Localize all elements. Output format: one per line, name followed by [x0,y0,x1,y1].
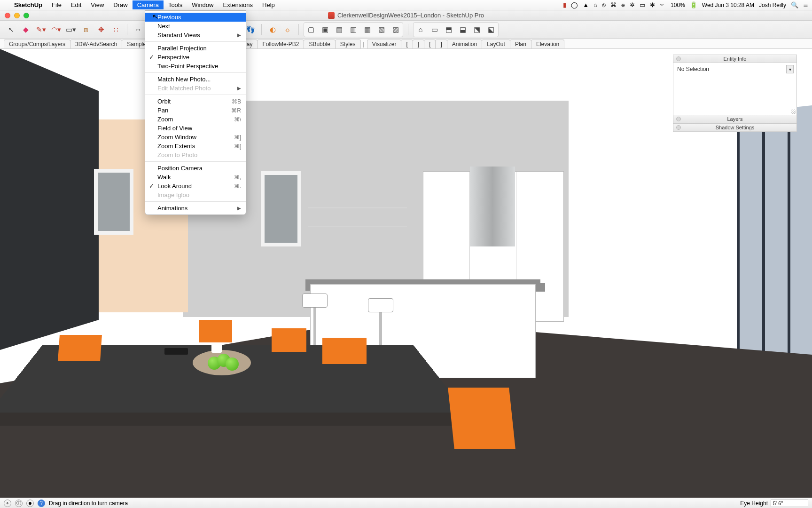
menu-window[interactable]: Window [187,0,218,9]
menu-view[interactable]: View [86,0,109,9]
menu-item-look-around[interactable]: ✓Look Around⌘. [145,182,246,190]
notifications-icon[interactable]: ▲ [583,1,589,8]
view-btn[interactable]: ⬒ [443,24,455,36]
bluetooth-icon[interactable]: ✻ [650,1,655,8]
eraser-tool[interactable]: ◆ [20,24,32,36]
menu-item-zoom-extents[interactable]: Zoom Extents⌘[ [145,142,246,151]
menubar-extra-icon[interactable]: ▮ [563,1,566,8]
menu-extensions[interactable]: Extensions [218,0,258,9]
scene-tab[interactable]: Animation [447,40,482,48]
scene-tab[interactable]: 3DW-AdvSearch [70,40,122,48]
clock[interactable]: Wed Jun 3 10:28 AM [702,2,754,8]
style-btn[interactable]: ▧ [375,24,388,36]
menu-item-walk[interactable]: Walk⌘, [145,173,246,182]
menu-item-zoom-window[interactable]: Zoom Window⌘] [145,133,246,142]
menubar-extra-icon[interactable]: ⌂ [593,1,597,8]
style-btn[interactable]: ▢ [305,24,317,36]
menu-item-match-photo[interactable]: Match New Photo... [145,75,246,84]
menu-file[interactable]: File [47,0,66,9]
menu-item-position-camera[interactable]: Position Camera [145,164,246,173]
menu-item-animations[interactable]: Animations▶ [145,204,246,213]
rotate-tool[interactable]: ∷ [110,24,122,36]
scene-tab[interactable]: Groups/Comps/Layers [4,40,70,48]
menu-edit[interactable]: Edit [66,0,86,9]
help-icon[interactable]: ? [38,500,45,507]
panel-close-icon[interactable] [676,125,681,130]
move-tool[interactable]: ✥ [95,24,107,36]
menubar-extra-icon[interactable]: ⎈ [621,1,625,8]
scene-tab[interactable]: ] [413,40,424,48]
notification-center-icon[interactable]: ≣ [803,1,808,8]
menu-item-pan[interactable]: Pan⌘R [145,106,246,115]
shape-tool[interactable]: ▭▾ [65,24,77,36]
scene-tab[interactable]: FollowMe-PB2 [257,40,304,48]
spotlight-icon[interactable]: 🔍 [791,1,798,8]
select-tool[interactable]: ↖ [5,24,17,36]
menu-item-perspective[interactable]: ✓Perspective [145,53,246,62]
menu-item-two-point[interactable]: Two-Point Perspective [145,62,246,71]
view-btn[interactable]: ⬔ [471,24,483,36]
style-btn[interactable]: ▣ [319,24,331,36]
menu-item-parallel[interactable]: Parallel Projection [145,44,246,53]
scene-tab[interactable]: Styles [335,40,361,48]
user-icon[interactable]: ☻ [26,500,34,507]
view-btn[interactable]: ⬕ [485,24,497,36]
window-title: ClerkenwellDesignWeek2015–London - Sketc… [337,12,484,19]
wifi-icon[interactable]: ᯤ [660,1,666,8]
scene-tab[interactable]: [ [401,40,413,48]
menu-tools[interactable]: Tools [164,0,187,9]
panel-close-icon[interactable] [676,117,681,121]
geo-location-icon[interactable]: ⌖ [4,500,11,507]
style-btn[interactable]: ▥ [347,24,359,36]
app-name[interactable]: SketchUp [9,1,47,8]
view-btn[interactable]: ⌂ [414,24,427,36]
style-btn[interactable]: ▨ [390,24,402,36]
pushpull-tool[interactable]: ⧈ [80,24,92,36]
entity-info-panel[interactable]: Entity Info No Selection ▾ [673,55,797,115]
range-hood [470,167,515,246]
airplay-icon[interactable]: ▭ [640,1,645,8]
view-btn[interactable]: ⬓ [457,24,469,36]
menu-item-orbit[interactable]: Orbit⌘B [145,97,246,106]
scene-tab[interactable]: Visualizer [367,40,402,48]
menu-item-zoom[interactable]: Zoom⌘\ [145,115,246,124]
arc-tool[interactable]: ◠▾ [50,24,62,36]
tape-tool[interactable]: ↔ [132,24,144,36]
shadow-settings-panel[interactable]: Shadow Settings [673,123,797,132]
close-window-button[interactable] [5,13,10,18]
menu-item-fov[interactable]: Field of View [145,124,246,133]
scene-tab[interactable]: LayOut [482,40,510,48]
scene-tab[interactable]: [ [424,40,436,48]
model-viewport[interactable]: Entity Info No Selection ▾ Layers Shadow… [0,49,812,498]
panel-options-button[interactable]: ▾ [786,65,794,73]
menu-item-next[interactable]: Next [145,22,246,31]
panel-close-icon[interactable] [676,56,681,61]
scene-tab[interactable]: Elevation [531,40,564,48]
credits-icon[interactable]: ⓘ [15,500,23,507]
menu-item-standard-views[interactable]: Standard Views▶ [145,31,246,40]
battery-icon[interactable]: 🔋 [690,1,697,8]
user-name[interactable]: Josh Reilly [759,2,786,8]
layers-panel[interactable]: Layers [673,115,797,124]
menu-camera[interactable]: Camera [133,0,164,9]
menubar-extra-icon[interactable]: ◯ [571,1,578,8]
menubar-extra-icon[interactable]: ⌘ [610,1,617,8]
menu-draw[interactable]: Draw [109,0,132,9]
menubar-extra-icon[interactable]: ⎋ [602,1,606,8]
view-btn[interactable]: ▭ [429,24,441,36]
menu-help[interactable]: Help [258,0,280,9]
style-btn[interactable]: ▦ [361,24,374,36]
menubar-extra-icon[interactable]: ✲ [630,1,635,8]
minimize-window-button[interactable] [14,13,20,18]
section-tool[interactable]: ◐ [266,24,279,36]
line-tool[interactable]: ✎▾ [35,24,47,36]
style-btn[interactable]: ▤ [333,24,345,36]
scene-tab[interactable]: Plan [510,40,531,48]
shadow-toggle[interactable]: ☼ [281,24,294,36]
scene-tab[interactable]: ] [435,40,447,48]
resize-handle[interactable] [791,109,796,114]
zoom-window-button[interactable] [23,13,29,18]
measurement-input[interactable] [771,500,808,507]
scene-tab[interactable]: SBubble [304,40,335,48]
menu-item-previous[interactable]: Previous [145,13,246,22]
